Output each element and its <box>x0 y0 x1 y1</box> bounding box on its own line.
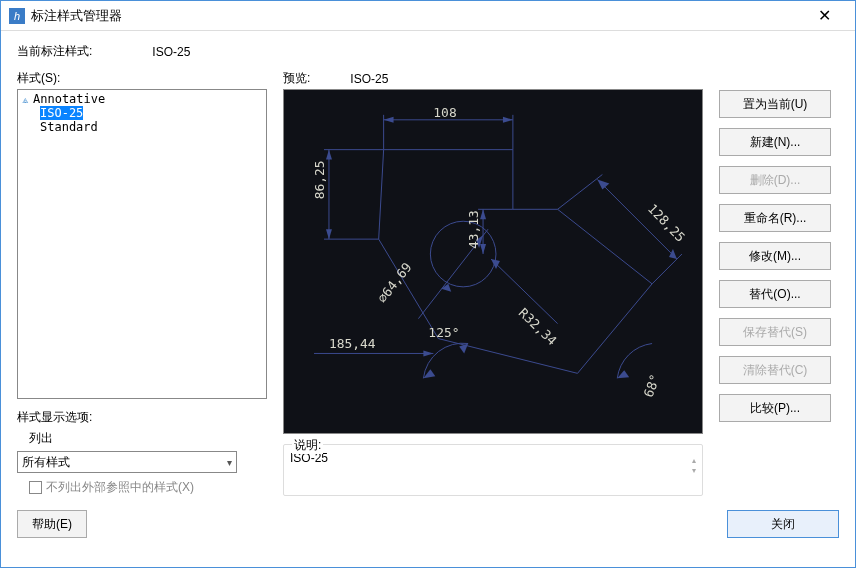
dim-left: 86,25 <box>312 161 327 200</box>
close-button[interactable]: 关闭 <box>727 510 839 538</box>
styles-listbox[interactable]: ⟁ Annotative ISO-25 Standard <box>17 89 267 399</box>
titlebar: h 标注样式管理器 ✕ <box>1 1 855 31</box>
svg-line-0 <box>379 150 384 239</box>
svg-marker-10 <box>326 150 332 160</box>
description-legend: 说明: <box>292 437 323 454</box>
dim-leftbot: 185,44 <box>329 336 376 351</box>
annotative-icon: ⟁ <box>22 93 29 106</box>
dim-vert: 43,13 <box>466 210 481 249</box>
svg-marker-20 <box>491 259 500 269</box>
dim-diam: ⌀64,69 <box>374 260 415 306</box>
list-label: 列出 <box>29 430 267 447</box>
preview-box: 108 86,25 185,44 <box>283 89 703 434</box>
current-style-label: 当前标注样式: <box>17 43 92 60</box>
description-box: 说明: ISO-25 ▴▾ <box>283 444 703 496</box>
chevron-down-icon: ▾ <box>227 457 232 468</box>
override-button[interactable]: 替代(O)... <box>719 280 831 308</box>
preview-label: 预览: <box>283 70 310 87</box>
dim-top: 108 <box>433 105 456 120</box>
set-current-button[interactable]: 置为当前(U) <box>719 90 831 118</box>
modify-button[interactable]: 修改(M)... <box>719 242 831 270</box>
spinner-icon[interactable]: ▴▾ <box>692 457 696 475</box>
checkbox-icon <box>29 481 42 494</box>
window-title: 标注样式管理器 <box>31 7 802 25</box>
delete-button: 删除(D)... <box>719 166 831 194</box>
compare-button[interactable]: 比较(P)... <box>719 394 831 422</box>
clear-override-button: 清除替代(C) <box>719 356 831 384</box>
dim-right: 128,25 <box>645 201 688 245</box>
content-area: 当前标注样式: ISO-25 样式(S): ⟁ Annotative ISO-2… <box>1 31 855 550</box>
xref-checkbox-row[interactable]: 不列出外部参照中的样式(X) <box>29 479 267 496</box>
svg-marker-28 <box>597 179 609 189</box>
checkbox-label: 不列出外部参照中的样式(X) <box>46 479 194 496</box>
list-item[interactable]: Standard <box>20 120 264 134</box>
app-icon: h <box>9 8 25 24</box>
svg-marker-13 <box>423 350 433 356</box>
display-options-label: 样式显示选项: <box>17 409 267 426</box>
list-item[interactable]: ⟁ Annotative <box>20 92 264 106</box>
svg-marker-5 <box>384 117 394 123</box>
combo-value: 所有样式 <box>22 454 70 471</box>
dialog-window: h 标注样式管理器 ✕ 当前标注样式: ISO-25 样式(S): ⟁ Anno… <box>0 0 856 568</box>
rename-button[interactable]: 重命名(R)... <box>719 204 831 232</box>
svg-marker-17 <box>441 284 451 292</box>
filter-combo[interactable]: 所有样式 ▾ <box>17 451 237 473</box>
svg-line-27 <box>652 254 682 284</box>
new-button[interactable]: 新建(N)... <box>719 128 831 156</box>
styles-label: 样式(S): <box>17 71 60 85</box>
dim-rad: R32,34 <box>516 305 560 348</box>
preview-style-name: ISO-25 <box>350 72 388 86</box>
svg-marker-29 <box>669 249 677 259</box>
list-item[interactable]: ISO-25 <box>20 106 264 120</box>
svg-line-26 <box>558 175 603 210</box>
dim-rightang: 68° <box>641 372 663 399</box>
svg-marker-15 <box>459 344 468 354</box>
help-button[interactable]: 帮助(E) <box>17 510 87 538</box>
dim-angle: 125° <box>428 325 459 340</box>
svg-marker-6 <box>503 117 513 123</box>
current-style-value: ISO-25 <box>152 45 190 59</box>
svg-marker-11 <box>326 229 332 239</box>
save-override-button: 保存替代(S) <box>719 318 831 346</box>
close-icon[interactable]: ✕ <box>802 2 847 30</box>
